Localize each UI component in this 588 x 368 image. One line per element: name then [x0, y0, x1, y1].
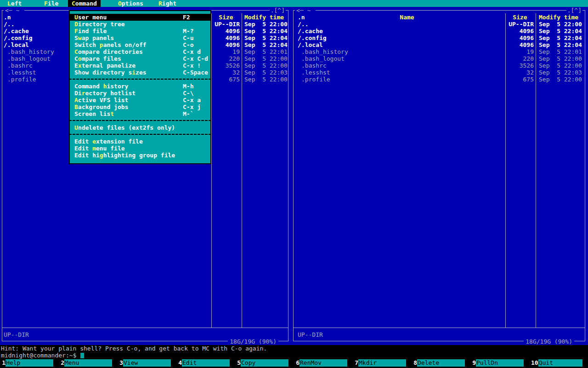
menu-item-screen-list[interactable]: Screen listM-`	[70, 110, 210, 117]
file-row[interactable]: /..UP--DIRSep 5 22:00	[290, 21, 588, 28]
menu-item-undelete-files[interactable]: Undelete files (ext2fs only)	[70, 124, 210, 131]
hotkey-letter: C	[74, 48, 78, 55]
ministatus-separator	[293, 328, 585, 328]
menu-item-switch-panels-onoff[interactable]: Switch panels on/offC-o	[70, 41, 210, 48]
panel-up-button[interactable]: .[^]	[566, 7, 582, 14]
menubar-item-command[interactable]: Command	[68, 0, 101, 7]
panel-up-button[interactable]: .[^]	[270, 7, 286, 14]
column-header-mtime[interactable]: Modify time	[539, 14, 578, 21]
label-pre: S	[74, 34, 78, 41]
fkey-number: 9	[472, 359, 476, 367]
file-mtime: Sep 5 22:00	[539, 55, 582, 62]
label-post: ap panels	[82, 34, 114, 41]
file-name[interactable]: .bashrc	[7, 62, 33, 69]
menu-item-label: Swap panels	[74, 34, 114, 41]
file-name[interactable]: .bashrc	[301, 62, 327, 69]
fkey-button-renmov[interactable]: 6RenMov	[294, 359, 353, 367]
fkey-button-quit[interactable]: 10Quit	[529, 359, 588, 367]
fkey-label: Help	[6, 359, 53, 367]
file-name[interactable]: .profile	[301, 76, 330, 83]
menu-item-label: Command history	[74, 83, 128, 90]
menu-item-swap-panels[interactable]: Swap panelsC-u	[70, 34, 210, 41]
menu-item-edit-menu-file[interactable]: Edit menu file	[70, 145, 210, 152]
file-name[interactable]: .bash_logout	[301, 55, 345, 62]
file-name[interactable]: /.config	[298, 34, 327, 41]
file-size: 3526	[506, 62, 534, 69]
fkey-button-pulldn[interactable]: 9PullDn	[470, 359, 529, 367]
menu-separator	[70, 117, 210, 124]
menu-item-show-directory-sizes[interactable]: Show directory sizesC-Space	[70, 69, 210, 76]
label-post: ndelete files (ext2fs only)	[78, 124, 175, 131]
menu-item-active-vfs-list[interactable]: Active VFS listC-x a	[70, 97, 210, 104]
label-pre: Screen lis	[74, 110, 110, 117]
menu-item-directory-hotlist[interactable]: Directory hotlistC-\	[70, 90, 210, 97]
file-row[interactable]: .bash_logout220Sep 5 22:00	[290, 55, 588, 62]
fkey-button-help[interactable]: 1Help	[0, 359, 59, 367]
menu-item-directory-tree[interactable]: Directory tree	[70, 21, 210, 28]
hotkey-letter: D	[74, 21, 78, 28]
menu-item-edit-highlighting[interactable]: Edit highlighting group file	[70, 152, 210, 159]
file-name[interactable]: /.cache	[298, 28, 323, 34]
menu-item-user-menu[interactable]: User menuF2	[70, 14, 210, 21]
menu-item-compare-files[interactable]: Compare filesC-x C-d	[70, 55, 210, 62]
file-name[interactable]: /.local	[298, 41, 323, 48]
file-name[interactable]: .bash_logout	[7, 55, 51, 62]
terminal-cursor[interactable]	[80, 353, 84, 358]
fkey-button-menu[interactable]: 2Menu	[59, 359, 118, 367]
file-name[interactable]: .lesshst	[301, 69, 330, 76]
panel-path[interactable]: <─ ~	[4, 7, 24, 14]
hotkey-letter: x	[78, 62, 82, 69]
column-header-size[interactable]: Size	[212, 14, 240, 21]
file-row[interactable]: /.config4096Sep 5 22:04	[290, 34, 588, 41]
label-post: ommand	[75, 0, 97, 7]
file-name[interactable]: .profile	[7, 76, 36, 83]
file-name[interactable]: .bash_history	[301, 48, 348, 55]
label-pre: Switch	[74, 41, 100, 48]
panel-path[interactable]: <─ ~	[295, 7, 316, 14]
label-post: hlighting group file	[103, 152, 175, 159]
file-size: 4096	[212, 41, 240, 48]
menu-item-command-history[interactable]: Command historyM-h	[70, 83, 210, 90]
file-name[interactable]: /.local	[4, 41, 29, 48]
column-header-size[interactable]: Size	[506, 14, 534, 21]
file-row[interactable]: /.cache4096Sep 5 22:04	[290, 28, 588, 34]
file-name[interactable]: /.cache	[4, 28, 29, 34]
file-name[interactable]: /.config	[4, 34, 33, 41]
file-row[interactable]: .profile675Sep 5 22:00	[290, 76, 588, 83]
menu-item-find-file[interactable]: Find fileM-?	[70, 28, 210, 34]
file-mtime: Sep 5 22:04	[244, 41, 288, 48]
fkey-button-mkdir[interactable]: 7Mkdir	[353, 359, 412, 367]
menu-item-compare-directories[interactable]: Compare directoriesC-x d	[70, 48, 210, 55]
menu-item-external-panelize[interactable]: External panelizeC-x !	[70, 62, 210, 69]
menubar-item-left[interactable]: Left	[7, 0, 22, 7]
fkey-button-view[interactable]: 3View	[118, 359, 176, 367]
file-mtime: Sep 5 22:01	[244, 48, 288, 55]
file-name[interactable]: /..	[4, 21, 14, 28]
file-mtime: Sep 5 22:00	[244, 55, 288, 62]
hotkey-letter: o	[78, 55, 82, 62]
shell-prompt[interactable]: midnight@commander:~$	[1, 352, 84, 359]
fkey-button-delete[interactable]: 8Delete	[412, 359, 470, 367]
file-row[interactable]: .bashrc3526Sep 5 22:00	[290, 62, 588, 69]
menu-item-label: Switch panels on/off	[74, 41, 147, 48]
column-header-mtime[interactable]: Modify time	[244, 14, 284, 21]
prompt-text: midnight@commander:~$	[1, 352, 76, 359]
menu-item-shortcut: M-`	[183, 110, 193, 117]
file-row[interactable]: .bash_history19Sep 5 22:01	[290, 48, 588, 55]
column-header-name[interactable]: Name	[309, 14, 505, 21]
menubar-item-right[interactable]: Right	[158, 0, 176, 7]
file-row[interactable]: /.local4096Sep 5 22:04	[290, 41, 588, 48]
file-name[interactable]: /..	[298, 21, 308, 28]
menu-item-edit-extension-file[interactable]: Edit extension file	[70, 138, 210, 145]
file-row[interactable]: .lesshst32Sep 5 22:03	[290, 69, 588, 76]
menubar-item-file[interactable]: File	[44, 0, 58, 7]
fkey-button-copy[interactable]: 5Copy	[235, 359, 294, 367]
file-name[interactable]: .lesshst	[7, 69, 36, 76]
menu-item-shortcut: C-x C-d	[183, 55, 208, 62]
fkey-button-edit[interactable]: 4Edit	[176, 359, 235, 367]
file-mtime: Sep 5 22:00	[244, 62, 288, 69]
menubar-item-options[interactable]: Options	[118, 0, 143, 7]
file-name[interactable]: .bash_history	[7, 48, 54, 55]
menu-item-background-jobs[interactable]: Background jobsC-x j	[70, 104, 210, 110]
fkey-label: Mkdir	[358, 359, 406, 367]
